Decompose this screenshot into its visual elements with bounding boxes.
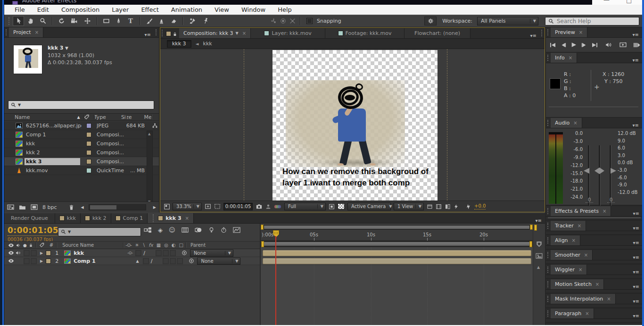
show-snapshot-icon[interactable]: [265, 204, 271, 209]
preview-gripper[interactable]: [547, 29, 549, 35]
layer-name[interactable]: kkk: [74, 250, 84, 256]
time-navigator[interactable]: [261, 225, 533, 230]
panel-menu-icon[interactable]: ▾≡: [629, 58, 642, 63]
quality-switch-icon[interactable]: ∖: [142, 242, 145, 248]
brainstorm-icon[interactable]: [208, 227, 215, 233]
new-composition-icon[interactable]: [31, 204, 38, 210]
tab-tracker[interactable]: Tracker×: [551, 221, 586, 231]
tab-audio[interactable]: Audio×: [551, 118, 582, 128]
auto-keyframe-icon[interactable]: [221, 227, 227, 233]
frame-blend-cell[interactable]: [170, 258, 176, 264]
col-name[interactable]: Name: [15, 114, 30, 120]
fx-cell[interactable]: [156, 250, 162, 256]
motion-blur-switch-icon[interactable]: ◎: [164, 242, 168, 248]
work-area-end-handle[interactable]: [529, 241, 532, 247]
left-slider-handle[interactable]: [584, 168, 589, 174]
project-row-kkk3-selected[interactable]: kkk 3 Composi...: [4, 157, 159, 166]
lock-icon[interactable]: [173, 32, 177, 37]
new-folder-icon[interactable]: [19, 204, 26, 210]
selection-tool-icon[interactable]: [13, 16, 24, 26]
expand-arrow-icon[interactable]: ▶: [40, 251, 43, 255]
pan-behind-tool-icon[interactable]: [81, 17, 93, 25]
col-size[interactable]: Size: [121, 114, 132, 120]
project-comp-name[interactable]: kkk 3: [48, 45, 63, 51]
resolution-select[interactable]: Full▼: [284, 203, 326, 210]
scroll-right-icon[interactable]: ▶: [153, 205, 156, 209]
collapse-toggle[interactable]: ▲: [136, 259, 139, 263]
tab-effects-presets[interactable]: Effects & Presets×: [551, 206, 611, 216]
col-type[interactable]: Type: [94, 114, 106, 120]
close-icon[interactable]: ×: [35, 30, 39, 35]
tag-swatch[interactable]: [86, 141, 91, 146]
gripper[interactable]: [547, 252, 549, 258]
panel-menu-icon[interactable]: ▾≡: [630, 313, 643, 318]
right-level-slider[interactable]: [610, 145, 611, 206]
view-layout-select[interactable]: 1 View▼: [394, 203, 424, 210]
frame-blending-icon[interactable]: [182, 227, 189, 233]
tag-icon[interactable]: [84, 114, 90, 120]
tab-timeline-comp1[interactable]: Comp 1: [111, 213, 148, 223]
layer-name[interactable]: Comp 1: [74, 258, 95, 264]
hand-tool-icon[interactable]: [25, 17, 36, 25]
comp-button-icon[interactable]: [536, 253, 543, 259]
draft-3d-icon[interactable]: ◈: [158, 226, 163, 234]
tag-swatch[interactable]: [86, 132, 91, 137]
audio-icon[interactable]: [16, 243, 21, 248]
collapse-switch-icon[interactable]: ☀: [135, 242, 139, 248]
master-level-slider[interactable]: [599, 145, 600, 206]
audio-gripper[interactable]: [547, 120, 549, 126]
tab-align[interactable]: Align×: [551, 235, 580, 245]
shy-toggle[interactable]: -⊙-: [127, 251, 132, 255]
brush-tool-icon[interactable]: [143, 17, 155, 25]
tab-paragraph[interactable]: Paragraph×: [551, 309, 594, 318]
gripper[interactable]: [547, 208, 549, 214]
color-depth-button[interactable]: 8 bpc: [42, 204, 57, 210]
chevron-down-icon[interactable]: ▼: [236, 31, 239, 35]
close-icon[interactable]: ×: [579, 30, 583, 35]
fx-cell[interactable]: [163, 258, 169, 264]
magnification-select[interactable]: 33.3%▼: [173, 203, 202, 210]
target-region-icon[interactable]: [329, 204, 335, 209]
play-button[interactable]: [571, 42, 577, 48]
breadcrumb-parent[interactable]: kkk: [203, 41, 212, 47]
tab-timeline-kkk[interactable]: kkk: [55, 213, 81, 223]
tag-swatch[interactable]: [86, 123, 91, 128]
left-slider-value[interactable]: 0: [586, 197, 593, 203]
tab-project[interactable]: Project×: [9, 27, 43, 37]
comp-marker-bin-icon[interactable]: [536, 241, 543, 248]
tab-smoother[interactable]: Smoother×: [551, 250, 593, 260]
close-icon[interactable]: ×: [242, 31, 246, 36]
scroll-left-icon[interactable]: ◀: [81, 205, 84, 209]
tab-layer[interactable]: Layer: kkk.mov: [251, 28, 325, 38]
fx-switch-icon[interactable]: fx: [149, 242, 153, 248]
gripper[interactable]: [547, 310, 549, 317]
axis-world-icon[interactable]: [279, 18, 287, 24]
roto-brush-tool-icon[interactable]: [186, 17, 198, 25]
scroll-up-icon[interactable]: ▲: [148, 132, 150, 136]
minimize-button[interactable]: —: [603, 0, 610, 3]
comp-mini-flowchart-icon[interactable]: [144, 227, 152, 233]
mask-visibility-icon[interactable]: [427, 204, 433, 209]
col-index[interactable]: #: [50, 242, 53, 248]
close-icon[interactable]: ×: [573, 120, 577, 125]
search-help-input[interactable]: [557, 18, 627, 25]
panel-menu-icon[interactable]: ▾≡: [629, 32, 642, 37]
parent-pickwhip-icon[interactable]: [189, 258, 194, 264]
fast-preview-icon[interactable]: [454, 204, 459, 209]
menu-animation[interactable]: Animation: [165, 6, 208, 13]
motion-blur-icon[interactable]: [195, 227, 202, 233]
work-area-bar[interactable]: [261, 241, 533, 247]
parent-select[interactable]: None▼: [190, 250, 233, 257]
trash-icon[interactable]: [68, 204, 74, 210]
layer-row-1[interactable]: ▶ 1 kkk -⊙- ∕ None▼: [4, 249, 260, 257]
pixel-aspect-icon[interactable]: [445, 204, 451, 209]
motion-blur-cell[interactable]: [170, 250, 176, 256]
col-parent[interactable]: Parent: [190, 242, 206, 248]
panel-menu-icon[interactable]: ▾≡: [630, 226, 643, 231]
lock-icon[interactable]: [29, 243, 33, 248]
menu-window[interactable]: Window: [235, 6, 272, 13]
gripper[interactable]: [547, 223, 549, 229]
puppet-pin-tool-icon[interactable]: [199, 17, 212, 25]
panel-menu-icon[interactable]: ▾≡: [630, 284, 643, 289]
close-icon[interactable]: ×: [569, 55, 572, 60]
